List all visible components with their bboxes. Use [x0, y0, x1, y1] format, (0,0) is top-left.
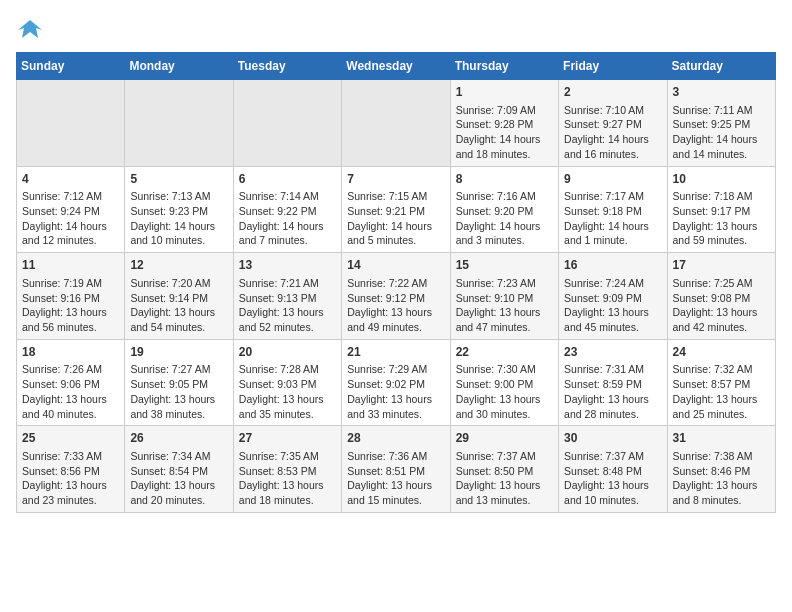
day-content: Sunrise: 7:14 AM Sunset: 9:22 PM Dayligh… [239, 189, 336, 248]
day-content: Sunrise: 7:17 AM Sunset: 9:18 PM Dayligh… [564, 189, 661, 248]
day-content: Sunrise: 7:11 AM Sunset: 9:25 PM Dayligh… [673, 103, 770, 162]
day-number: 23 [564, 344, 661, 361]
day-content: Sunrise: 7:37 AM Sunset: 8:50 PM Dayligh… [456, 449, 553, 508]
calendar-cell: 20Sunrise: 7:28 AM Sunset: 9:03 PM Dayli… [233, 339, 341, 426]
day-number: 29 [456, 430, 553, 447]
day-header-tuesday: Tuesday [233, 53, 341, 80]
day-content: Sunrise: 7:28 AM Sunset: 9:03 PM Dayligh… [239, 362, 336, 421]
day-number: 13 [239, 257, 336, 274]
calendar-week-5: 25Sunrise: 7:33 AM Sunset: 8:56 PM Dayli… [17, 426, 776, 513]
day-content: Sunrise: 7:23 AM Sunset: 9:10 PM Dayligh… [456, 276, 553, 335]
calendar-week-2: 4Sunrise: 7:12 AM Sunset: 9:24 PM Daylig… [17, 166, 776, 253]
day-content: Sunrise: 7:29 AM Sunset: 9:02 PM Dayligh… [347, 362, 444, 421]
calendar-cell [17, 80, 125, 167]
day-number: 21 [347, 344, 444, 361]
day-content: Sunrise: 7:10 AM Sunset: 9:27 PM Dayligh… [564, 103, 661, 162]
day-number: 4 [22, 171, 119, 188]
calendar-cell: 14Sunrise: 7:22 AM Sunset: 9:12 PM Dayli… [342, 253, 450, 340]
calendar-cell: 30Sunrise: 7:37 AM Sunset: 8:48 PM Dayli… [559, 426, 667, 513]
calendar-cell: 2Sunrise: 7:10 AM Sunset: 9:27 PM Daylig… [559, 80, 667, 167]
day-number: 5 [130, 171, 227, 188]
calendar-cell: 27Sunrise: 7:35 AM Sunset: 8:53 PM Dayli… [233, 426, 341, 513]
calendar-cell: 13Sunrise: 7:21 AM Sunset: 9:13 PM Dayli… [233, 253, 341, 340]
logo-icon [16, 16, 44, 44]
calendar-cell: 17Sunrise: 7:25 AM Sunset: 9:08 PM Dayli… [667, 253, 775, 340]
day-number: 6 [239, 171, 336, 188]
day-number: 12 [130, 257, 227, 274]
day-content: Sunrise: 7:27 AM Sunset: 9:05 PM Dayligh… [130, 362, 227, 421]
calendar-cell: 15Sunrise: 7:23 AM Sunset: 9:10 PM Dayli… [450, 253, 558, 340]
day-number: 10 [673, 171, 770, 188]
day-number: 16 [564, 257, 661, 274]
calendar-cell: 16Sunrise: 7:24 AM Sunset: 9:09 PM Dayli… [559, 253, 667, 340]
day-content: Sunrise: 7:15 AM Sunset: 9:21 PM Dayligh… [347, 189, 444, 248]
calendar-cell: 21Sunrise: 7:29 AM Sunset: 9:02 PM Dayli… [342, 339, 450, 426]
calendar-cell: 23Sunrise: 7:31 AM Sunset: 8:59 PM Dayli… [559, 339, 667, 426]
day-header-wednesday: Wednesday [342, 53, 450, 80]
calendar-cell: 11Sunrise: 7:19 AM Sunset: 9:16 PM Dayli… [17, 253, 125, 340]
logo [16, 16, 48, 44]
day-number: 20 [239, 344, 336, 361]
calendar-cell: 26Sunrise: 7:34 AM Sunset: 8:54 PM Dayli… [125, 426, 233, 513]
calendar-cell: 25Sunrise: 7:33 AM Sunset: 8:56 PM Dayli… [17, 426, 125, 513]
day-content: Sunrise: 7:25 AM Sunset: 9:08 PM Dayligh… [673, 276, 770, 335]
day-content: Sunrise: 7:31 AM Sunset: 8:59 PM Dayligh… [564, 362, 661, 421]
day-number: 18 [22, 344, 119, 361]
day-content: Sunrise: 7:33 AM Sunset: 8:56 PM Dayligh… [22, 449, 119, 508]
day-content: Sunrise: 7:18 AM Sunset: 9:17 PM Dayligh… [673, 189, 770, 248]
day-content: Sunrise: 7:13 AM Sunset: 9:23 PM Dayligh… [130, 189, 227, 248]
calendar-cell [125, 80, 233, 167]
day-content: Sunrise: 7:24 AM Sunset: 9:09 PM Dayligh… [564, 276, 661, 335]
calendar-cell: 31Sunrise: 7:38 AM Sunset: 8:46 PM Dayli… [667, 426, 775, 513]
calendar-cell: 29Sunrise: 7:37 AM Sunset: 8:50 PM Dayli… [450, 426, 558, 513]
day-content: Sunrise: 7:30 AM Sunset: 9:00 PM Dayligh… [456, 362, 553, 421]
day-number: 26 [130, 430, 227, 447]
day-number: 19 [130, 344, 227, 361]
calendar-cell: 5Sunrise: 7:13 AM Sunset: 9:23 PM Daylig… [125, 166, 233, 253]
calendar-cell: 10Sunrise: 7:18 AM Sunset: 9:17 PM Dayli… [667, 166, 775, 253]
day-number: 27 [239, 430, 336, 447]
calendar-cell [233, 80, 341, 167]
day-header-saturday: Saturday [667, 53, 775, 80]
day-number: 24 [673, 344, 770, 361]
page-header [16, 16, 776, 44]
day-number: 17 [673, 257, 770, 274]
day-number: 14 [347, 257, 444, 274]
day-number: 3 [673, 84, 770, 101]
calendar-cell: 1Sunrise: 7:09 AM Sunset: 9:28 PM Daylig… [450, 80, 558, 167]
day-number: 25 [22, 430, 119, 447]
day-number: 15 [456, 257, 553, 274]
day-number: 7 [347, 171, 444, 188]
calendar-header: SundayMondayTuesdayWednesdayThursdayFrid… [17, 53, 776, 80]
day-number: 11 [22, 257, 119, 274]
day-header-friday: Friday [559, 53, 667, 80]
day-content: Sunrise: 7:38 AM Sunset: 8:46 PM Dayligh… [673, 449, 770, 508]
calendar-cell: 24Sunrise: 7:32 AM Sunset: 8:57 PM Dayli… [667, 339, 775, 426]
day-header-thursday: Thursday [450, 53, 558, 80]
day-number: 28 [347, 430, 444, 447]
day-header-sunday: Sunday [17, 53, 125, 80]
calendar-cell: 8Sunrise: 7:16 AM Sunset: 9:20 PM Daylig… [450, 166, 558, 253]
day-number: 8 [456, 171, 553, 188]
day-content: Sunrise: 7:22 AM Sunset: 9:12 PM Dayligh… [347, 276, 444, 335]
day-content: Sunrise: 7:32 AM Sunset: 8:57 PM Dayligh… [673, 362, 770, 421]
calendar-cell: 18Sunrise: 7:26 AM Sunset: 9:06 PM Dayli… [17, 339, 125, 426]
calendar-cell: 9Sunrise: 7:17 AM Sunset: 9:18 PM Daylig… [559, 166, 667, 253]
day-content: Sunrise: 7:21 AM Sunset: 9:13 PM Dayligh… [239, 276, 336, 335]
day-number: 22 [456, 344, 553, 361]
day-number: 2 [564, 84, 661, 101]
day-number: 9 [564, 171, 661, 188]
day-content: Sunrise: 7:20 AM Sunset: 9:14 PM Dayligh… [130, 276, 227, 335]
calendar-table: SundayMondayTuesdayWednesdayThursdayFrid… [16, 52, 776, 513]
calendar-cell: 7Sunrise: 7:15 AM Sunset: 9:21 PM Daylig… [342, 166, 450, 253]
calendar-cell: 28Sunrise: 7:36 AM Sunset: 8:51 PM Dayli… [342, 426, 450, 513]
day-number: 31 [673, 430, 770, 447]
calendar-cell: 12Sunrise: 7:20 AM Sunset: 9:14 PM Dayli… [125, 253, 233, 340]
calendar-cell: 6Sunrise: 7:14 AM Sunset: 9:22 PM Daylig… [233, 166, 341, 253]
day-content: Sunrise: 7:16 AM Sunset: 9:20 PM Dayligh… [456, 189, 553, 248]
calendar-cell: 19Sunrise: 7:27 AM Sunset: 9:05 PM Dayli… [125, 339, 233, 426]
day-content: Sunrise: 7:09 AM Sunset: 9:28 PM Dayligh… [456, 103, 553, 162]
calendar-cell: 3Sunrise: 7:11 AM Sunset: 9:25 PM Daylig… [667, 80, 775, 167]
day-content: Sunrise: 7:35 AM Sunset: 8:53 PM Dayligh… [239, 449, 336, 508]
day-content: Sunrise: 7:12 AM Sunset: 9:24 PM Dayligh… [22, 189, 119, 248]
